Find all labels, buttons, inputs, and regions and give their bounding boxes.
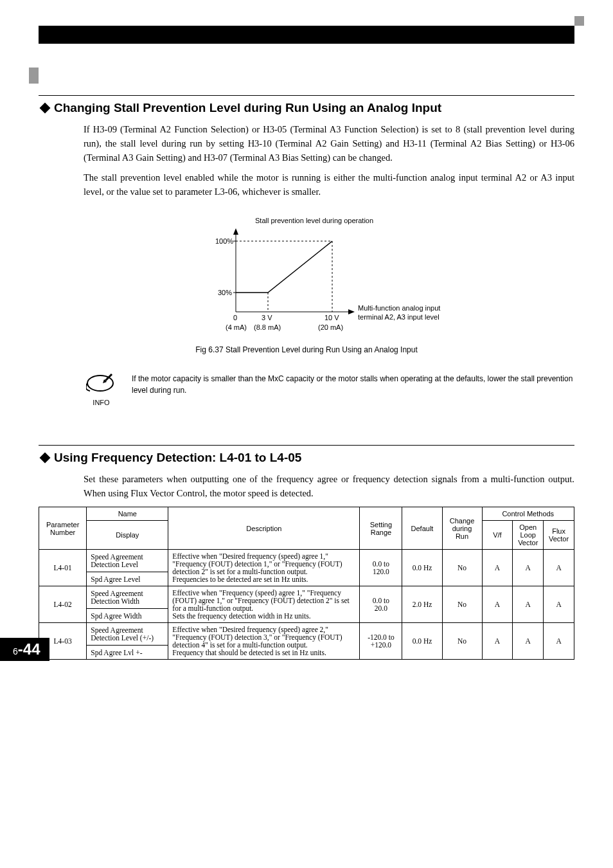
cell-flux: A — [544, 550, 574, 586]
cell-flux: A — [544, 623, 574, 660]
th-control-methods: Control Methods — [482, 507, 574, 521]
section2-title: Using Frequency Detection: L4-01 to L4-0… — [54, 451, 301, 465]
page-number: 6-44 — [0, 638, 49, 661]
cell-display: Spd Agree Level — [87, 572, 168, 586]
svg-text:0: 0 — [233, 314, 237, 321]
th-flux: Flux Vector — [544, 521, 574, 550]
cell-name: Speed Agreement Detection Level (+/-) — [87, 623, 168, 646]
cell-name: Speed Agreement Detection Level — [87, 550, 168, 572]
chart-title: Stall prevention level during operation — [255, 217, 373, 224]
info-label: INFO — [84, 399, 119, 406]
page-chapter: 6 — [13, 646, 18, 656]
diamond-icon — [40, 452, 51, 463]
th-param-no: Parameter Number — [39, 507, 87, 550]
th-olv: Open Loop Vector — [513, 521, 544, 550]
cell-name: Speed Agreement Detection Width — [87, 586, 168, 609]
svg-text:3 V: 3 V — [262, 314, 272, 321]
cell-change: No — [442, 586, 482, 623]
cell-range: -120.0 to+120.0 — [360, 623, 402, 660]
section1-title: Changing Stall Prevention Level during R… — [54, 101, 441, 115]
svg-text:(4 mA): (4 mA) — [226, 323, 247, 331]
cell-desc: Effective when "Frequency (speed) agree … — [168, 586, 360, 623]
cell-display: Spd Agree Width — [87, 609, 168, 623]
cell-desc: Effective when "Desired frequency (speed… — [168, 623, 360, 660]
cell-default: 2.0 Hz — [402, 586, 442, 623]
th-range: Setting Range — [360, 507, 402, 550]
section-heading-stall: Changing Stall Prevention Level during R… — [39, 95, 574, 115]
cell-vf: A — [482, 550, 513, 586]
svg-text:30%: 30% — [218, 289, 232, 296]
section1-para1: If H3-09 (Terminal A2 Function Selection… — [84, 123, 574, 165]
svg-text:(20 mA): (20 mA) — [318, 323, 343, 331]
cell-olv: A — [513, 550, 544, 586]
th-vf: V/f — [482, 521, 513, 550]
svg-text:terminal A2, A3 input level: terminal A2, A3 input level — [358, 313, 440, 321]
parameter-table: Parameter Number Name Description Settin… — [39, 507, 574, 660]
cell-olv: A — [513, 623, 544, 660]
cell-default: 0.0 Hz — [402, 623, 442, 660]
section-heading-freq: Using Frequency Detection: L4-01 to L4-0… — [39, 445, 574, 465]
cell-desc: Effective when "Desired frequency (speed… — [168, 550, 360, 586]
cell-range: 0.0 to20.0 — [360, 586, 402, 623]
figure-chart: Stall prevention level during operation … — [172, 215, 441, 339]
cell-flux: A — [544, 586, 574, 623]
th-default: Default — [402, 507, 442, 550]
cell-change: No — [442, 623, 482, 660]
section2-para: Set these parameters when outputting one… — [84, 473, 574, 501]
header-bar — [39, 26, 574, 44]
cell-change: No — [442, 550, 482, 586]
th-display: Display — [87, 521, 168, 550]
info-text: If the motor capacity is smaller than th… — [132, 370, 574, 396]
svg-marker-2 — [233, 228, 238, 235]
cell-vf: A — [482, 623, 513, 660]
table-row: L4-02Speed Agreement Detection WidthEffe… — [39, 586, 574, 609]
svg-text:100%: 100% — [215, 237, 233, 245]
cell-num: L4-02 — [39, 586, 87, 623]
svg-text:10 V: 10 V — [324, 314, 339, 321]
cell-olv: A — [513, 586, 544, 623]
table-row: L4-03Speed Agreement Detection Level (+/… — [39, 623, 574, 646]
svg-text:(8.8 mA): (8.8 mA) — [254, 323, 281, 331]
th-description: Description — [168, 507, 360, 550]
svg-text:Multi-function analog input: Multi-function analog input — [358, 304, 440, 312]
table-row: L4-01Speed Agreement Detection LevelEffe… — [39, 550, 574, 572]
info-icon: INFO — [84, 370, 119, 406]
figure-caption: Fig 6.37 Stall Prevention Level during R… — [39, 345, 574, 354]
th-change: Change during Run — [442, 507, 482, 550]
cell-default: 0.0 Hz — [402, 550, 442, 586]
cell-vf: A — [482, 586, 513, 623]
th-name: Name — [87, 507, 168, 521]
diamond-icon — [40, 103, 51, 114]
section1-para2: The stall prevention level enabled while… — [84, 171, 574, 199]
svg-marker-3 — [348, 309, 355, 314]
cell-num: L4-01 — [39, 550, 87, 586]
info-block: INFO If the motor capacity is smaller th… — [84, 370, 574, 406]
cell-range: 0.0 to120.0 — [360, 550, 402, 586]
cell-display: Spd Agree Lvl +- — [87, 646, 168, 660]
